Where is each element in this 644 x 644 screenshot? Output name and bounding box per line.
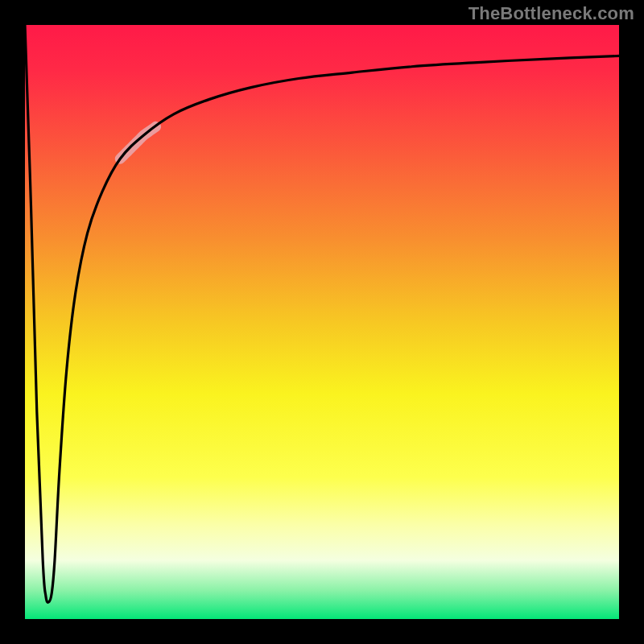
bottleneck-chart <box>0 0 644 644</box>
watermark-text: TheBottleneck.com <box>469 3 634 24</box>
plot-background <box>25 25 620 620</box>
chart-container: TheBottleneck.com <box>0 0 644 644</box>
